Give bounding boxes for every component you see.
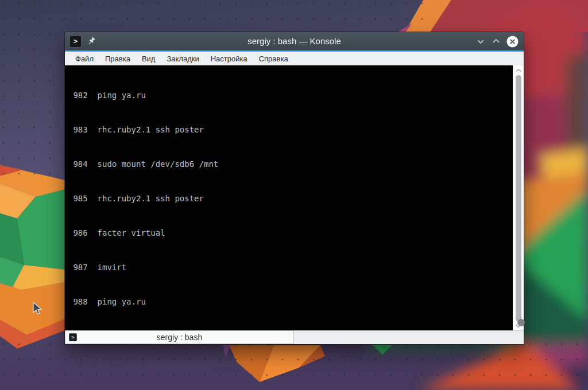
scroll-down-button[interactable]: [513, 322, 524, 330]
menubar: Файл Правка Вид Закладки Настройка Справ…: [65, 52, 524, 65]
history-number: 985: [68, 193, 88, 204]
history-number: 982: [68, 89, 88, 101]
menu-item-edit[interactable]: Правка: [99, 54, 136, 63]
history-number: 988: [68, 296, 88, 307]
konsole-app-icon[interactable]: >: [69, 36, 82, 48]
tab-icon-glyph: >: [71, 334, 74, 340]
history-line: 987imvirt: [68, 262, 513, 273]
history-command: ping ya.ru: [98, 297, 146, 306]
history-command: facter virtual: [98, 228, 165, 237]
menu-item-help[interactable]: Справка: [253, 54, 294, 63]
minimize-button[interactable]: [475, 36, 486, 46]
history-command: imvirt: [98, 263, 127, 272]
scroll-up-button[interactable]: [513, 66, 524, 74]
history-line: 984sudo mount /dev/sdb6 /mnt: [68, 158, 513, 170]
terminal-screen[interactable]: 982ping ya.ru 983rhc.ruby2.1 ssh poster …: [65, 65, 513, 330]
history-line: 986facter virtual: [68, 227, 513, 239]
menu-item-file[interactable]: Файл: [69, 54, 99, 63]
tabbar: > sergiy : bash: [65, 330, 524, 344]
history-line: 988ping ya.ru: [68, 296, 513, 307]
history-number: 987: [68, 262, 88, 273]
konsole-icon-glyph: >: [74, 37, 78, 45]
history-line: 982ping ya.ru: [68, 89, 513, 101]
window-title: sergiy : bash — Konsole: [65, 32, 524, 50]
history-command: rhc.ruby2.1 ssh poster: [98, 194, 204, 203]
scrollbar-thumb[interactable]: [516, 75, 521, 322]
titlebar[interactable]: > sergiy : bash — Konsole: [65, 32, 524, 50]
tab-sergiy-bash[interactable]: > sergiy : bash: [65, 330, 294, 344]
mouse-cursor: [33, 302, 42, 317]
history-line: 985rhc.ruby2.1 ssh poster: [68, 193, 513, 204]
menu-item-view[interactable]: Вид: [136, 54, 161, 63]
maximize-button[interactable]: [491, 36, 501, 46]
history-command: ping ya.ru: [98, 91, 146, 100]
history-command: rhc.ruby2.1 ssh poster: [98, 125, 204, 134]
history-number: 983: [68, 124, 88, 135]
konsole-tab-icon: >: [69, 333, 77, 341]
scrollbar[interactable]: [513, 65, 524, 330]
tabbar-empty-area[interactable]: [294, 331, 524, 344]
menu-item-bookmarks[interactable]: Закладки: [161, 54, 204, 63]
close-button[interactable]: [506, 36, 519, 48]
desktop: > sergiy : bash — Konsole: [0, 0, 588, 390]
history-command: sudo mount /dev/sdb6 /mnt: [98, 159, 219, 169]
tab-label: sergiy : bash: [65, 333, 293, 342]
history-number: 984: [68, 158, 88, 170]
history-line: 983rhc.ruby2.1 ssh poster: [68, 124, 513, 135]
menu-item-settings[interactable]: Настройка: [205, 54, 253, 63]
pin-icon[interactable]: [87, 37, 96, 46]
konsole-window: > sergiy : bash — Konsole: [65, 32, 524, 344]
history-number: 986: [68, 227, 88, 239]
